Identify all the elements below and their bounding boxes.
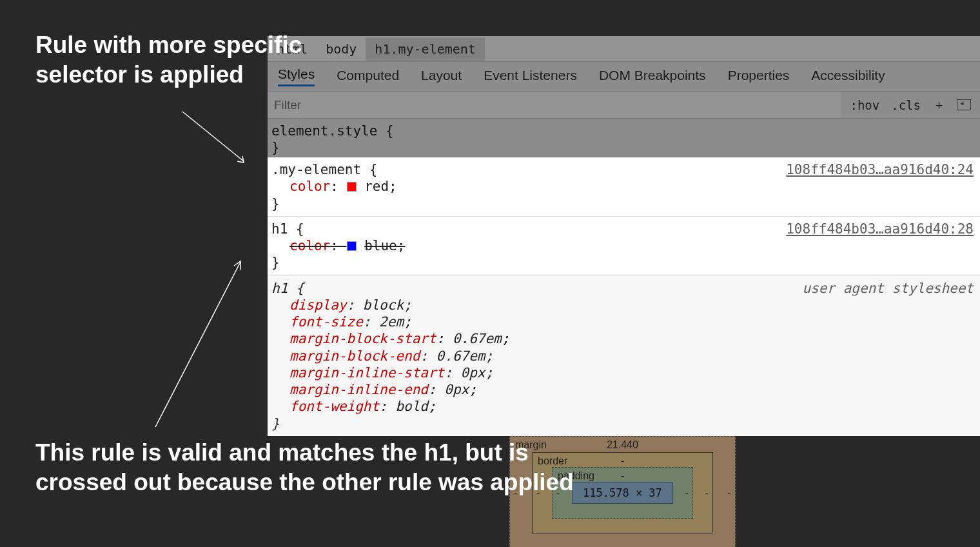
bm-margin-left: - bbox=[514, 487, 517, 499]
filter-row: :hov .cls ＋ bbox=[268, 92, 980, 119]
breadcrumb-html[interactable]: html bbox=[268, 37, 317, 61]
breadcrumb-current[interactable]: h1.my-element bbox=[366, 37, 485, 61]
devtools-tabs: Styles Computed Layout Event Listeners D… bbox=[268, 62, 980, 92]
tab-dom-breakpoints[interactable]: DOM Breakpoints bbox=[599, 68, 706, 86]
bm-margin-right: - bbox=[728, 487, 731, 499]
box-model-margin[interactable]: margin 21.440 border - padding - - - 115… bbox=[509, 436, 736, 547]
box-model-diagram: margin 21.440 border - padding - - - 115… bbox=[509, 436, 736, 547]
bm-padding-right: - bbox=[685, 487, 689, 499]
box-model-content[interactable]: 115.578 × 37 bbox=[572, 482, 673, 504]
breadcrumb-body[interactable]: body bbox=[317, 37, 366, 61]
tab-layout[interactable]: Layout bbox=[421, 68, 462, 86]
annotation-specific-selector: Rule with more specific selector is appl… bbox=[35, 30, 302, 90]
filter-input[interactable] bbox=[268, 92, 841, 118]
cls-toggle[interactable]: .cls bbox=[891, 98, 921, 112]
highlighted-rules: 108ff484b03…aa916d40:24 .my-element { co… bbox=[268, 157, 980, 436]
rule-user-agent[interactable]: user agent stylesheet h1 { display: bloc… bbox=[268, 276, 980, 436]
bm-label-padding: padding bbox=[558, 470, 594, 482]
breadcrumbs: html body h1.my-element bbox=[268, 36, 980, 62]
toggle-panel-icon[interactable] bbox=[957, 99, 971, 110]
rule-source-link[interactable]: 108ff484b03…aa916d40:24 bbox=[786, 161, 974, 178]
color-swatch-red[interactable] bbox=[347, 182, 357, 192]
bm-border-top: - bbox=[621, 455, 624, 467]
rule-source-ua: user agent stylesheet bbox=[802, 280, 974, 297]
tab-computed[interactable]: Computed bbox=[337, 68, 399, 86]
bm-border-right: - bbox=[705, 487, 709, 499]
tab-accessibility[interactable]: Accessibility bbox=[811, 68, 885, 86]
box-model-border[interactable]: border - padding - - - 115.578 × 37 - - bbox=[532, 452, 713, 533]
tab-properties[interactable]: Properties bbox=[728, 68, 790, 86]
color-swatch-blue[interactable] bbox=[347, 241, 357, 251]
svg-line-1 bbox=[155, 262, 240, 427]
tab-styles[interactable]: Styles bbox=[278, 66, 315, 86]
bm-margin-top: 21.440 bbox=[607, 439, 638, 451]
rule-element-style[interactable]: element.style { } bbox=[268, 119, 980, 161]
bm-label-margin: margin bbox=[515, 439, 547, 451]
rule-source-link[interactable]: 108ff484b03…aa916d40:28 bbox=[786, 221, 974, 237]
filter-tools: :hov .cls ＋ bbox=[841, 98, 980, 112]
new-style-rule-icon[interactable]: ＋ bbox=[932, 99, 945, 112]
svg-line-0 bbox=[182, 112, 244, 161]
tab-event-listeners[interactable]: Event Listeners bbox=[484, 68, 577, 86]
box-model-padding[interactable]: padding - - - 115.578 × 37 bbox=[552, 467, 693, 519]
rule-h1-overridden[interactable]: 108ff484b03…aa916d40:28 h1 { color: blue… bbox=[268, 217, 980, 276]
bm-border-left: - bbox=[536, 487, 540, 499]
bm-padding-top: - bbox=[621, 470, 624, 482]
bm-padding-left: - bbox=[556, 487, 560, 499]
rule-my-element[interactable]: 108ff484b03…aa916d40:24 .my-element { co… bbox=[268, 157, 980, 217]
annotation-overridden-rule: This rule is valid and matches the h1, b… bbox=[35, 438, 574, 498]
bm-label-border: border bbox=[538, 455, 567, 467]
hov-toggle[interactable]: :hov bbox=[850, 98, 879, 112]
